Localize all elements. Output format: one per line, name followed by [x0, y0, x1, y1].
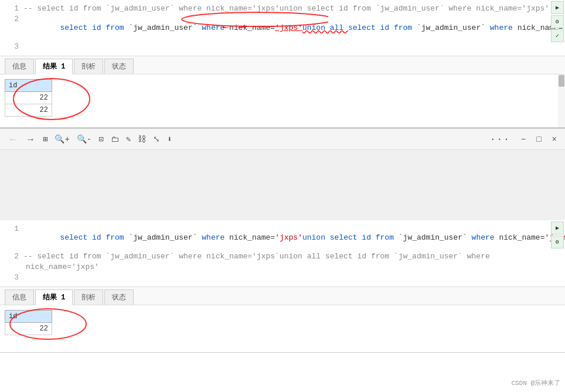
bottom-editor[interactable]: 1 select id from `jw_admin_user` where n…: [0, 220, 565, 287]
line-num-3: 3: [0, 42, 23, 51]
tab-profile-bottom[interactable]: 剖析: [74, 289, 103, 305]
tab-profile-top[interactable]: 剖析: [74, 59, 103, 74]
bottom-action-btn-1[interactable]: ▶: [551, 221, 564, 234]
browser-content-area: [0, 150, 565, 220]
bottom-results-area: id ▶ 22: [0, 305, 565, 352]
line-num-1: 1: [0, 4, 23, 13]
bottom-code-line-3: 3: [0, 272, 544, 283]
maximize-button[interactable]: □: [534, 134, 543, 145]
table-row: ▶ 22: [5, 92, 52, 104]
code-line-3: 3: [0, 42, 544, 52]
bottom-action-btn-2[interactable]: ⚙: [551, 236, 564, 248]
action-btn-3[interactable]: ✓: [551, 29, 564, 42]
folder-icon[interactable]: 🗀: [109, 134, 121, 145]
top-scroll-thumb[interactable]: [559, 75, 564, 87]
forward-button[interactable]: →: [23, 133, 38, 146]
bottom-right-buttons: ▶ ⚙: [550, 220, 565, 250]
code-line-2: 2 select id from `jw_admin_user` where n…: [0, 14, 544, 42]
tab-result1-top[interactable]: 结果 1: [35, 59, 73, 74]
top-tabs-bar: 信息 结果 1 剖析 状态: [0, 56, 565, 74]
cell-bottom-row1: ▶ 22: [5, 323, 52, 335]
cell-row2: 22: [5, 104, 52, 117]
back-button[interactable]: ←: [6, 133, 20, 146]
top-sql-panel: 1 -- select id from `jw_admin_user` wher…: [0, 0, 565, 128]
top-scroll-track[interactable]: [558, 74, 565, 127]
top-results-table: id ▶ 22 22: [5, 79, 52, 117]
col-id-top: id: [5, 80, 52, 92]
table-row: 22: [5, 104, 52, 117]
tab-status-bottom[interactable]: 状态: [104, 289, 134, 305]
bottom-results-table: id ▶ 22: [5, 310, 52, 335]
grid-icon[interactable]: ⊞: [41, 133, 49, 145]
code-content-3: [23, 42, 544, 51]
tab-info-top[interactable]: 信息: [5, 59, 34, 74]
code-comment-1: -- select id from `jw_admin_user` where …: [23, 4, 549, 13]
fit-icon[interactable]: ⊡: [97, 133, 105, 145]
bottom-line-num-3: 3: [0, 273, 23, 282]
bottom-code-content-3: [23, 273, 544, 282]
bottom-code-content-1: select id from `jw_admin_user` where nic…: [23, 224, 565, 251]
more-button[interactable]: ···: [490, 134, 510, 145]
link-icon[interactable]: ⛓: [136, 134, 148, 145]
tab-info-bottom[interactable]: 信息: [5, 289, 34, 305]
cell-row1: ▶ 22: [5, 92, 52, 104]
bottom-code-line-2b: 2 nick_name='jxps': [0, 262, 544, 272]
bottom-sql-panel: 1 select id from `jw_admin_user` where n…: [0, 220, 565, 353]
minimize-button[interactable]: −: [519, 134, 528, 145]
tab-result1-bottom[interactable]: 结果 1: [35, 289, 73, 305]
browser-toolbar: ← → ⊞ 🔍+ 🔍- ⊡ 🗀 ✎ ⛓ ⤡ ⬇ ··· − □ ×: [0, 128, 565, 150]
bottom-tabs-bar: 信息 结果 1 剖析 状态: [0, 287, 565, 305]
bottom-code-comment-2: -- select id from `jw_admin_user` where …: [23, 252, 544, 261]
window-controls: − □ ×: [519, 134, 559, 145]
tab-status-top[interactable]: 状态: [104, 59, 134, 74]
watermark: CSDN @乐神来了: [511, 379, 560, 387]
resize-icon[interactable]: ⤡: [151, 133, 162, 145]
action-btn-2[interactable]: ⚙: [551, 15, 564, 28]
bottom-code-line-2: 2 -- select id from `jw_admin_user` wher…: [0, 251, 544, 262]
close-button[interactable]: ×: [550, 134, 559, 145]
top-results-area: id ▶ 22 22: [0, 74, 565, 127]
top-editor[interactable]: 1 -- select id from `jw_admin_user` wher…: [0, 0, 565, 56]
zoom-out-icon[interactable]: 🔍-: [75, 133, 93, 145]
table-row: ▶ 22: [5, 323, 52, 335]
edit-icon[interactable]: ✎: [124, 133, 132, 145]
line-num-2: 2: [0, 15, 23, 23]
bottom-line-num-1: 1: [0, 224, 23, 233]
col-id-bottom: id: [5, 311, 52, 323]
bottom-code-comment-2b: nick_name='jxps': [23, 263, 544, 271]
bottom-code-line-1: 1 select id from `jw_admin_user` where n…: [0, 224, 544, 251]
download-icon[interactable]: ⬇: [165, 133, 173, 145]
zoom-in-icon[interactable]: 🔍+: [53, 133, 71, 145]
bottom-line-num-2: 2: [0, 252, 23, 261]
right-action-buttons: ▶ ⚙ ✓: [550, 0, 565, 43]
action-btn-1[interactable]: ▶: [551, 1, 564, 14]
code-line-1: 1 -- select id from `jw_admin_user` wher…: [0, 4, 544, 14]
code-content-2: select id from `jw_admin_user` where nic…: [23, 15, 565, 41]
